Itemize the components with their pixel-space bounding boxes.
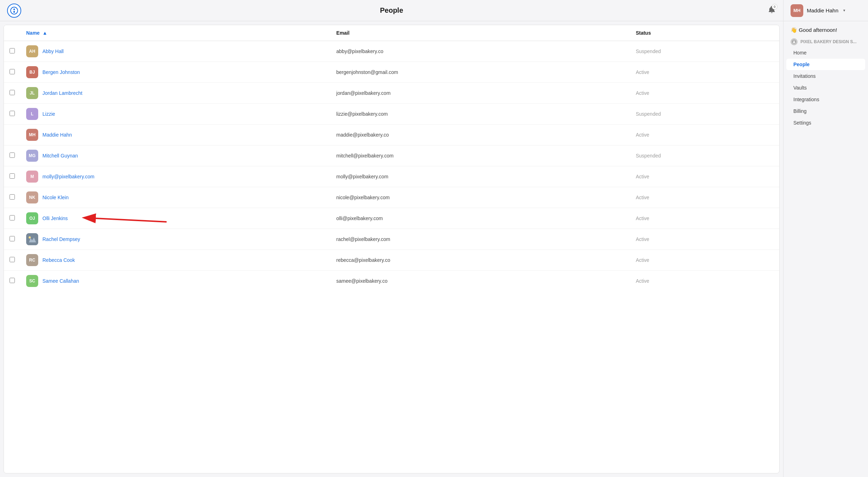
person-name-link[interactable]: Nicole Klein: [42, 195, 69, 200]
avatar: [26, 233, 38, 245]
row-checkbox[interactable]: [10, 111, 15, 116]
person-name-link[interactable]: Maddie Hahn: [42, 132, 72, 138]
table-row: NKNicole Kleinnicole@pixelbakery.comActi…: [4, 187, 779, 208]
row-checkbox[interactable]: [10, 153, 15, 158]
svg-point-4: [29, 236, 31, 238]
main-area: People 0 Name ▲: [0, 0, 783, 477]
avatar: OJ: [26, 212, 38, 224]
avatar: MH: [26, 129, 38, 141]
avatar: MH: [791, 4, 803, 17]
people-table: Name ▲ Email Status AHAbby Hallabby@pixe…: [4, 25, 779, 291]
avatar: L: [26, 108, 38, 120]
person-name-link[interactable]: Rebecca Cook: [42, 257, 75, 263]
person-name-link[interactable]: Bergen Johnston: [42, 69, 80, 75]
sidebar-header: MH Maddie Hahn ▾: [783, 0, 868, 21]
avatar: NK: [26, 191, 38, 203]
table-row: Mmolly@pixelbakery.commolly@pixelbakery.…: [4, 166, 779, 187]
app-logo[interactable]: [7, 4, 21, 18]
table-row: LLizzielizzie@pixelbakery.comSuspended: [4, 104, 779, 125]
name-cell: LLizzie: [21, 104, 331, 125]
row-checkbox[interactable]: [10, 48, 15, 53]
sidebar-item-home[interactable]: Home: [786, 47, 865, 58]
name-cell: Rachel Dempsey: [21, 229, 331, 250]
status-cell: Active: [630, 125, 779, 145]
row-checkbox[interactable]: [10, 194, 15, 200]
table-row: RCRebecca Cookrebecca@pixelbakery.coActi…: [4, 250, 779, 271]
sidebar-item-vaults[interactable]: Vaults: [786, 82, 865, 93]
notification-count: 0: [772, 4, 777, 10]
notifications-button[interactable]: 0: [768, 5, 776, 16]
email-cell: mitchell@pixelbakery.com: [331, 145, 630, 166]
user-name: Maddie Hahn: [807, 7, 838, 13]
org-row: PIXEL BAKERY DESIGN S...: [783, 36, 868, 47]
person-name-link[interactable]: Jordan Lambrecht: [42, 90, 82, 96]
name-cell: AHAbby Hall: [21, 41, 331, 62]
status-cell: Active: [630, 83, 779, 104]
table-row: MGMitchell Guynanmitchell@pixelbakery.co…: [4, 145, 779, 166]
person-name-link[interactable]: Rachel Dempsey: [42, 236, 80, 242]
status-cell: Active: [630, 271, 779, 292]
name-cell: MGMitchell Guynan: [21, 145, 331, 166]
table-row: BJBergen Johnstonbergenjohnston@gmail.co…: [4, 62, 779, 83]
row-checkbox[interactable]: [10, 90, 15, 95]
row-checkbox[interactable]: [10, 173, 15, 179]
person-name-link[interactable]: molly@pixelbakery.com: [42, 174, 94, 179]
name-cell: SCSamee Callahan: [21, 271, 331, 292]
status-cell: Active: [630, 229, 779, 250]
svg-rect-3: [26, 233, 38, 245]
person-name-link[interactable]: Mitchell Guynan: [42, 153, 78, 159]
email-cell: olli@pixelbakery.com: [331, 208, 630, 229]
table-row: OJOlli Jenkinsolli@pixelbakery.comActive: [4, 208, 779, 229]
avatar: M: [26, 171, 38, 183]
sort-arrow-icon: ▲: [42, 30, 47, 36]
name-cell: OJOlli Jenkins: [21, 208, 331, 229]
greeting-text: 👋 Good afternoon!: [783, 21, 868, 36]
name-cell: BJBergen Johnston: [21, 62, 331, 83]
status-cell: Active: [630, 62, 779, 83]
person-name-link[interactable]: Lizzie: [42, 111, 55, 117]
status-cell: Suspended: [630, 104, 779, 125]
svg-rect-8: [793, 42, 795, 43]
row-checkbox[interactable]: [10, 215, 15, 220]
person-name-link[interactable]: Olli Jenkins: [42, 215, 68, 221]
page-title: People: [380, 6, 403, 15]
sidebar: MH Maddie Hahn ▾ 👋 Good afternoon! PIXEL…: [783, 0, 868, 477]
row-checkbox[interactable]: [10, 257, 15, 262]
name-column-header[interactable]: Name ▲: [21, 25, 331, 41]
name-cell: RCRebecca Cook: [21, 250, 331, 271]
org-label: PIXEL BAKERY DESIGN S...: [800, 39, 856, 44]
sidebar-item-invitations[interactable]: Invitations: [786, 70, 865, 82]
header-right: 0: [768, 5, 776, 16]
sidebar-item-settings[interactable]: Settings: [786, 117, 865, 128]
person-name-link[interactable]: Abby Hall: [42, 48, 64, 54]
person-name-link[interactable]: Samee Callahan: [42, 278, 79, 284]
email-cell: abby@pixelbakery.co: [331, 41, 630, 62]
row-checkbox[interactable]: [10, 69, 15, 74]
svg-rect-2: [13, 11, 15, 13]
email-cell: jordan@pixelbakery.com: [331, 83, 630, 104]
people-table-container: Name ▲ Email Status AHAbby Hallabby@pixe…: [4, 25, 780, 473]
avatar: RC: [26, 254, 38, 266]
row-checkbox[interactable]: [10, 278, 15, 283]
org-icon: [791, 38, 798, 45]
row-checkbox[interactable]: [10, 236, 15, 241]
sidebar-item-people[interactable]: People: [786, 59, 865, 70]
sidebar-item-integrations[interactable]: Integrations: [786, 94, 865, 105]
table-row: MHMaddie Hahnmaddie@pixelbakery.coActive: [4, 125, 779, 145]
avatar: JL: [26, 87, 38, 99]
email-cell: nicole@pixelbakery.com: [331, 187, 630, 208]
email-cell: samee@pixelbakery.co: [331, 271, 630, 292]
status-cell: Active: [630, 166, 779, 187]
status-cell: Active: [630, 208, 779, 229]
email-cell: rachel@pixelbakery.com: [331, 229, 630, 250]
table-row: JLJordan Lambrechtjordan@pixelbakery.com…: [4, 83, 779, 104]
checkbox-header: [4, 25, 21, 41]
name-cell: Mmolly@pixelbakery.com: [21, 166, 331, 187]
table-row: Rachel Dempseyrachel@pixelbakery.comActi…: [4, 229, 779, 250]
email-cell: rebecca@pixelbakery.co: [331, 250, 630, 271]
sidebar-item-billing[interactable]: Billing: [786, 105, 865, 117]
avatar: AH: [26, 45, 38, 57]
avatar: SC: [26, 275, 38, 287]
user-dropdown-icon[interactable]: ▾: [843, 8, 845, 13]
svg-rect-1: [13, 8, 15, 10]
